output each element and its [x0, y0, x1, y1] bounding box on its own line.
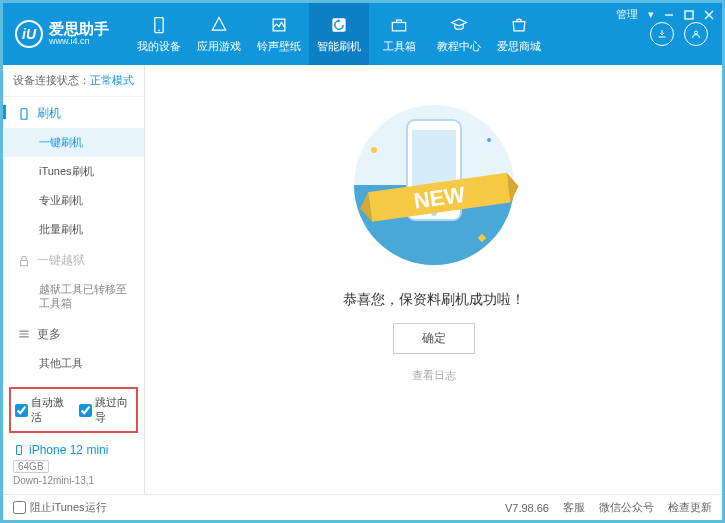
header: iU 爱思助手 www.i4.cn 我的设备 应用游戏 铃声壁纸 智能刷机: [3, 3, 722, 65]
download-icon: [656, 28, 668, 40]
tab-my-device[interactable]: 我的设备: [129, 3, 189, 65]
checkbox-label: 阻止iTunes运行: [30, 500, 107, 515]
tab-label: 教程中心: [437, 39, 481, 54]
wallpaper-icon: [269, 15, 289, 35]
phone-icon: [13, 444, 25, 456]
apps-icon: [209, 15, 229, 35]
view-log-link[interactable]: 查看日志: [412, 368, 456, 383]
app-window: iU 爱思助手 www.i4.cn 我的设备 应用游戏 铃声壁纸 智能刷机: [0, 0, 725, 523]
success-message: 恭喜您，保资料刷机成功啦！: [343, 291, 525, 309]
app-title: 爱思助手: [49, 21, 109, 38]
sidebar-item-oneclick-flash[interactable]: 一键刷机: [3, 128, 144, 157]
menu-button[interactable]: 管理: [616, 7, 638, 22]
svg-point-5: [695, 31, 698, 34]
sidebar-item-batch-flash[interactable]: 批量刷机: [3, 215, 144, 244]
tab-store[interactable]: 爱思商城: [489, 3, 549, 65]
check-update-link[interactable]: 检查更新: [668, 500, 712, 515]
jailbreak-note: 越狱工具已转移至工具箱: [3, 275, 144, 318]
sidebar: 设备连接状态：正常模式 刷机 一键刷机 iTunes刷机 专业刷机 批量刷机 一…: [3, 65, 145, 494]
tab-flash[interactable]: 智能刷机: [309, 3, 369, 65]
menu-dropdown-icon[interactable]: ▾: [648, 8, 654, 21]
main-panel: NEW 恭喜您，保资料刷机成功啦！ 确定 查看日志: [145, 65, 722, 494]
device-name-text: iPhone 12 mini: [29, 443, 108, 457]
checkbox-auto-activate[interactable]: 自动激活: [15, 395, 69, 425]
svg-rect-9: [21, 260, 28, 265]
device-info[interactable]: iPhone 12 mini 64GB Down-12mini-13,1: [3, 437, 144, 494]
checkbox-input[interactable]: [13, 501, 26, 514]
tab-label: 铃声壁纸: [257, 39, 301, 54]
device-capacity: 64GB: [13, 460, 49, 473]
checkbox-input[interactable]: [15, 404, 28, 417]
nav-tabs: 我的设备 应用游戏 铃声壁纸 智能刷机 工具箱 教程中心: [129, 3, 650, 65]
svg-rect-8: [21, 108, 27, 119]
tab-label: 应用游戏: [197, 39, 241, 54]
sidebar-item-download-firmware[interactable]: 下载固件: [3, 378, 144, 383]
lock-icon: [17, 254, 31, 268]
app-subtitle: www.i4.cn: [49, 37, 109, 47]
user-button[interactable]: [684, 22, 708, 46]
user-icon: [690, 28, 702, 40]
options-highlight-box: 自动激活 跳过向导: [9, 387, 138, 433]
section-jailbreak[interactable]: 一键越狱: [3, 244, 144, 275]
checkbox-block-itunes[interactable]: 阻止iTunes运行: [13, 500, 107, 515]
svg-point-1: [158, 29, 160, 31]
tab-label: 我的设备: [137, 39, 181, 54]
menu-icon: [17, 327, 31, 341]
tab-tutorials[interactable]: 教程中心: [429, 3, 489, 65]
section-more[interactable]: 更多: [3, 318, 144, 349]
logo-area: iU 爱思助手 www.i4.cn: [3, 3, 121, 65]
section-label: 更多: [37, 326, 61, 343]
checkbox-label: 跳过向导: [95, 395, 133, 425]
svg-rect-7: [685, 11, 693, 19]
version-label: V7.98.66: [505, 502, 549, 514]
section-flash[interactable]: 刷机: [3, 97, 144, 128]
close-button[interactable]: [704, 10, 714, 20]
svg-point-18: [371, 147, 377, 153]
tab-ringtones[interactable]: 铃声壁纸: [249, 3, 309, 65]
download-button[interactable]: [650, 22, 674, 46]
svg-rect-4: [392, 22, 405, 30]
store-icon: [509, 15, 529, 35]
sidebar-item-pro-flash[interactable]: 专业刷机: [3, 186, 144, 215]
tab-label: 工具箱: [383, 39, 416, 54]
section-label: 一键越狱: [37, 252, 85, 269]
maximize-button[interactable]: [684, 10, 694, 20]
svg-point-19: [487, 138, 491, 142]
tab-apps[interactable]: 应用游戏: [189, 3, 249, 65]
refresh-icon: [329, 15, 349, 35]
section-label: 刷机: [37, 105, 61, 122]
success-illustration: NEW: [329, 95, 539, 275]
phone-icon: [17, 107, 31, 121]
minimize-button[interactable]: [664, 10, 674, 20]
tab-toolbox[interactable]: 工具箱: [369, 3, 429, 65]
device-model: Down-12mini-13,1: [13, 475, 134, 486]
sidebar-item-other-tools[interactable]: 其他工具: [3, 349, 144, 378]
checkbox-skip-guide[interactable]: 跳过向导: [79, 395, 133, 425]
sidebar-item-itunes-flash[interactable]: iTunes刷机: [3, 157, 144, 186]
checkbox-input[interactable]: [79, 404, 92, 417]
connection-status: 设备连接状态：正常模式: [3, 65, 144, 97]
logo-icon: iU: [15, 20, 43, 48]
phone-icon: [149, 15, 169, 35]
graduation-icon: [449, 15, 469, 35]
tab-label: 爱思商城: [497, 39, 541, 54]
support-link[interactable]: 客服: [563, 500, 585, 515]
status-label: 设备连接状态：: [13, 74, 90, 86]
tab-label: 智能刷机: [317, 39, 361, 54]
checkbox-label: 自动激活: [31, 395, 69, 425]
toolbox-icon: [389, 15, 409, 35]
wechat-link[interactable]: 微信公众号: [599, 500, 654, 515]
footer: 阻止iTunes运行 V7.98.66 客服 微信公众号 检查更新: [3, 494, 722, 520]
svg-rect-10: [17, 446, 22, 455]
ok-button[interactable]: 确定: [393, 323, 475, 354]
window-controls: 管理 ▾: [616, 7, 714, 22]
status-value: 正常模式: [90, 74, 134, 86]
